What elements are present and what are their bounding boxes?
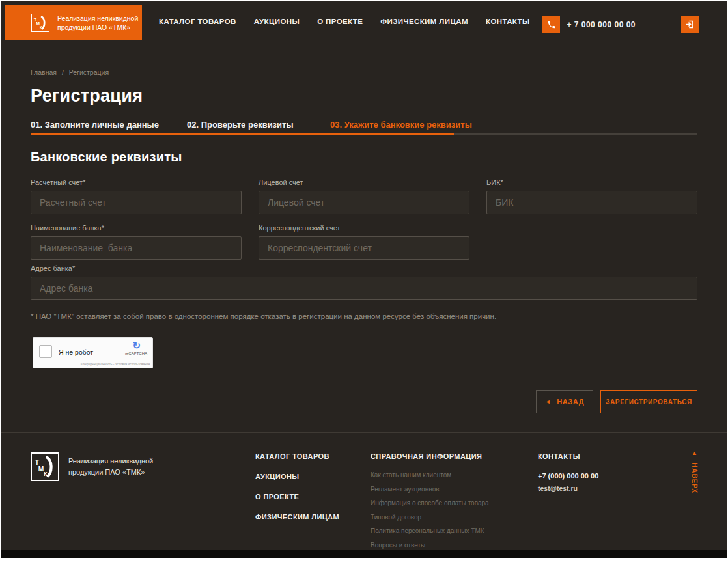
form-row-1: Расчетный счет* Лицевой счет БИК* bbox=[31, 178, 697, 214]
bank-address-field-group: Адрес банка* bbox=[31, 264, 697, 300]
footer-tmk-logo-icon[interactable]: Т М К bbox=[31, 452, 59, 481]
recaptcha-label: Я не робот bbox=[59, 348, 93, 356]
footer-info-title: СПРАВОЧНАЯ ИНФОРМАЦИЯ bbox=[371, 452, 538, 460]
footer-contacts-title: КОНТАКТЫ bbox=[538, 452, 697, 460]
steps-progress-track bbox=[31, 133, 697, 135]
scroll-to-top-button[interactable]: ▲ НАВЕРХ bbox=[691, 450, 698, 493]
step-3-bank-details[interactable]: 03. Укажите банковкие реквизиты bbox=[330, 120, 697, 130]
recaptcha-privacy-terms-links[interactable]: Конфиденциальность - Условия использован… bbox=[81, 363, 150, 366]
header-right: + 7 000 000 00 00 bbox=[542, 16, 699, 33]
breadcrumb: Главная / Регистрация bbox=[31, 68, 697, 76]
recaptcha-logo-icon: ↻ bbox=[132, 340, 141, 351]
page-title: Регистрация bbox=[31, 86, 697, 106]
tmk-logo-icon: Т М К bbox=[31, 14, 49, 32]
scroll-to-top-label: НАВЕРХ bbox=[691, 463, 698, 493]
main-content: Главная / Регистрация Регистрация 01. За… bbox=[1, 68, 727, 413]
login-icon bbox=[685, 20, 695, 29]
footer-logo-caption: Реализация неликвидной продукции ПАО «ТМ… bbox=[68, 456, 153, 550]
header-nav: КАТАЛОГ ТОВАРОВ АУКЦИОНЫ О ПРОЕКТЕ ФИЗИЧ… bbox=[159, 18, 530, 25]
footer-logo-caption-line1: Реализация неликвидной bbox=[68, 457, 153, 465]
svg-text:Т: Т bbox=[35, 459, 40, 466]
footer-link-auction-rules[interactable]: Регламент аукционнов bbox=[371, 486, 538, 493]
step-1-personal-data[interactable]: 01. Заполните личные данные bbox=[31, 120, 187, 130]
recaptcha-brand: reCAPTCHA bbox=[125, 352, 147, 355]
nav-item-catalog[interactable]: КАТАЛОГ ТОВАРОВ bbox=[159, 18, 236, 25]
footer-link-how-to-become-client[interactable]: Как стать нашим клиентом bbox=[371, 471, 538, 478]
login-button[interactable] bbox=[681, 16, 699, 33]
bik-input[interactable] bbox=[486, 191, 697, 214]
footer-info: СПРАВОЧНАЯ ИНФОРМАЦИЯ Как стать нашим кл… bbox=[371, 452, 538, 550]
footer-nav-about[interactable]: О ПРОЕКТЕ bbox=[255, 493, 371, 501]
settlement-account-label: Расчетный счет* bbox=[31, 178, 242, 186]
registration-steps: 01. Заполните личные данные 02. Проверьт… bbox=[31, 120, 697, 130]
logo-caption-line1: Реализация неликвидной bbox=[57, 14, 138, 22]
breadcrumb-current: Регистрация bbox=[69, 68, 109, 76]
section-title: Банковские реквизиты bbox=[31, 150, 697, 165]
logo-caption: Реализация неликвидной продукции ПАО «ТМ… bbox=[57, 14, 138, 32]
bank-name-field-group: Наименование банка* bbox=[31, 224, 242, 260]
footer-logo-caption-line2: продукции ПАО «ТМК» bbox=[68, 468, 145, 476]
svg-text:К: К bbox=[44, 471, 48, 477]
bank-address-input[interactable] bbox=[31, 277, 697, 300]
header-logo[interactable]: Т М К Реализация неликвидной продукции П… bbox=[5, 5, 142, 40]
nav-item-about[interactable]: О ПРОЕКТЕ bbox=[317, 18, 363, 25]
footer-contacts: КОНТАКТЫ +7 (000) 000 00 00 test@test.ru bbox=[538, 452, 697, 550]
footer-nav-individuals[interactable]: ФИЗИЧЕСКИМ ЛИЦАМ bbox=[255, 513, 371, 521]
footer-link-faq[interactable]: Вопросы и ответы bbox=[371, 542, 538, 549]
corr-account-field-group: Корреспондентский счет bbox=[259, 224, 469, 260]
steps-progress-bar bbox=[31, 133, 454, 135]
footer-phone[interactable]: +7 (000) 000 00 00 bbox=[538, 472, 697, 480]
page-frame: Т М К Реализация неликвидной продукции П… bbox=[0, 0, 728, 567]
form-actions: ◄ НАЗАД ЗАРЕГИСТРИРОВАТЬСЯ bbox=[31, 390, 697, 413]
recaptcha-widget: Я не робот ↻ reCAPTCHA Конфиденциальност… bbox=[33, 337, 153, 368]
recaptcha-checkbox[interactable] bbox=[39, 345, 52, 358]
nav-item-auctions[interactable]: АУКЦИОНЫ bbox=[254, 18, 300, 25]
site-background: Т М К Реализация неликвидной продукции П… bbox=[1, 1, 727, 550]
settlement-account-field-group: Расчетный счет* bbox=[31, 178, 242, 214]
bank-name-label: Наименование банка* bbox=[31, 224, 242, 232]
register-button[interactable]: ЗАРЕГИСТРИРОВАТЬСЯ bbox=[600, 390, 697, 413]
header-phone-number: + 7 000 000 00 00 bbox=[567, 20, 636, 29]
svg-text:Т: Т bbox=[34, 18, 36, 22]
footer-nav-catalog[interactable]: КАТАЛОГ ТОВАРОВ bbox=[255, 452, 371, 460]
bank-address-label: Адрес банка* bbox=[31, 264, 697, 272]
svg-text:М: М bbox=[38, 465, 44, 473]
personal-account-input[interactable] bbox=[259, 191, 469, 214]
phone-button[interactable] bbox=[542, 16, 560, 33]
step-2-check-details[interactable]: 02. Проверьте реквизиты bbox=[187, 120, 330, 130]
bank-name-input[interactable] bbox=[31, 236, 242, 260]
bik-field-group: БИК* bbox=[486, 178, 697, 214]
personal-account-label: Лицевой счет bbox=[259, 178, 469, 186]
footer-link-payment-info[interactable]: Информация о способе оплаты товара bbox=[371, 499, 538, 506]
breadcrumb-home-link[interactable]: Главная bbox=[31, 68, 57, 76]
logo-caption-line2: продукции ПАО «ТМК» bbox=[57, 23, 130, 31]
breadcrumb-separator: / bbox=[62, 68, 64, 76]
footer-link-model-contract[interactable]: Типовой договор bbox=[371, 514, 538, 521]
nav-item-contacts[interactable]: КОНТАКТЫ bbox=[486, 18, 530, 25]
footer-nav-auctions[interactable]: АУКЦИОНЫ bbox=[255, 473, 371, 480]
footer: Т М К Реализация неликвидной продукции П… bbox=[1, 432, 727, 550]
page-bottom-bar bbox=[1, 550, 727, 558]
registration-disclaimer: * ПАО "ТМК" оставляет за собой право в о… bbox=[31, 312, 697, 320]
footer-nav: КАТАЛОГ ТОВАРОВ АУКЦИОНЫ О ПРОЕКТЕ ФИЗИЧ… bbox=[255, 452, 371, 550]
register-button-label: ЗАРЕГИСТРИРОВАТЬСЯ bbox=[606, 398, 692, 406]
phone-icon bbox=[547, 20, 556, 29]
back-button[interactable]: ◄ НАЗАД bbox=[536, 390, 593, 413]
footer-link-personal-data-policy[interactable]: Политика персональных данных ТМК bbox=[371, 527, 538, 534]
footer-logo-block: Т М К Реализация неликвидной продукции П… bbox=[31, 452, 255, 550]
personal-account-field-group: Лицевой счет bbox=[259, 178, 469, 214]
settlement-account-input[interactable] bbox=[31, 191, 242, 214]
header: Т М К Реализация неликвидной продукции П… bbox=[1, 1, 727, 42]
back-arrow-icon: ◄ bbox=[545, 398, 552, 405]
back-button-label: НАЗАД bbox=[557, 398, 584, 406]
nav-item-individuals[interactable]: ФИЗИЧЕСКИМ ЛИЦАМ bbox=[380, 18, 468, 25]
up-arrow-icon: ▲ bbox=[692, 450, 697, 456]
bik-label: БИК* bbox=[486, 178, 697, 186]
corr-account-label: Корреспондентский счет bbox=[259, 224, 469, 232]
form-row-2: Наименование банка* Корреспондентский сч… bbox=[31, 224, 697, 260]
corr-account-input[interactable] bbox=[259, 236, 469, 260]
footer-email[interactable]: test@test.ru bbox=[538, 484, 697, 492]
